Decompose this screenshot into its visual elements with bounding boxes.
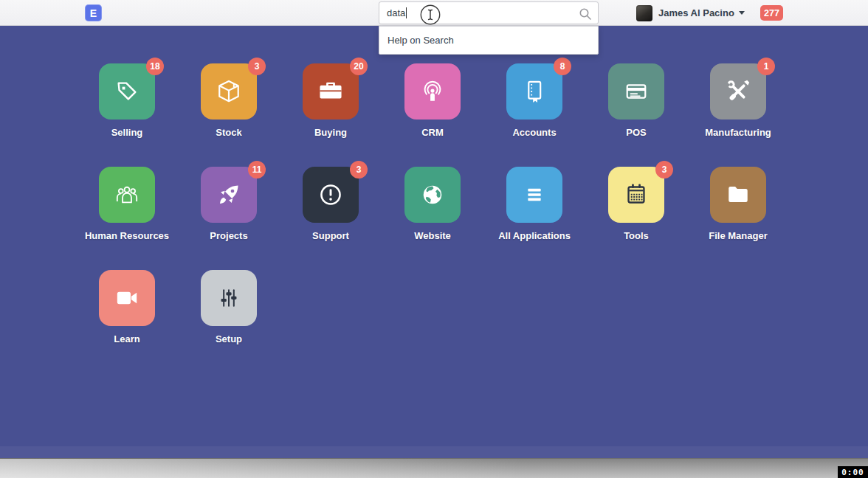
module-label: Manufacturing: [705, 127, 771, 138]
website-tile[interactable]: [404, 167, 461, 223]
credit-card-icon: [621, 77, 651, 106]
setup-tile[interactable]: [201, 270, 257, 326]
folder-icon: [723, 180, 753, 209]
module-label: Website: [414, 230, 451, 241]
module-label: Support: [312, 230, 349, 241]
rocket-icon: [214, 180, 244, 209]
tag-icon: [112, 77, 142, 106]
manufacturing-tile[interactable]: 1: [710, 63, 766, 119]
module-row: Human Resources 11 Projects: [99, 167, 766, 270]
ledger-book-icon: [520, 77, 549, 106]
video-camera-icon: [112, 283, 142, 313]
module-manufacturing: 1 Manufacturing: [710, 63, 766, 167]
module-label: Learn: [114, 333, 140, 344]
footer-strip: [0, 446, 868, 458]
module-label: File Manager: [709, 230, 767, 241]
module-label: CRM: [421, 127, 444, 138]
module-label: All Applications: [498, 230, 571, 241]
module-grid: 18 Selling 3 Stock: [99, 63, 766, 373]
module-label: Stock: [216, 127, 241, 138]
person-signal-icon: [418, 77, 447, 106]
module-label: Buying: [314, 127, 347, 138]
module-row: 18 Selling 3 Stock: [99, 63, 766, 167]
module-projects: 11 Projects: [201, 167, 257, 270]
module-support: 3 Support: [303, 167, 359, 270]
briefcase-icon: [316, 77, 345, 106]
module-buying: 20 Buying: [303, 63, 359, 167]
help-on-search-item[interactable]: Help on Search: [379, 27, 598, 54]
user-name[interactable]: James Al Pacino: [658, 7, 734, 18]
user-avatar[interactable]: [636, 5, 652, 21]
selling-tile[interactable]: 18: [99, 63, 155, 119]
module-label: Tools: [624, 230, 649, 241]
module-pos: POS: [608, 63, 664, 167]
pos-tile[interactable]: [608, 63, 664, 119]
globe-icon: [418, 180, 447, 209]
module-label: Selling: [111, 127, 143, 138]
module-human-resources: Human Resources: [99, 167, 155, 270]
module-setup: Setup: [201, 270, 257, 373]
search-input-value: data: [387, 7, 405, 18]
module-label: Projects: [210, 230, 247, 241]
desktop-background: [0, 458, 868, 478]
user-menu[interactable]: James Al Pacino: [636, 0, 745, 26]
search-icon[interactable]: [579, 7, 592, 23]
wrench-screwdriver-icon: [723, 77, 753, 106]
count-badge: 1: [757, 58, 775, 75]
count-badge: 8: [554, 58, 571, 75]
module-website: Website: [404, 167, 461, 270]
tools-tile[interactable]: 3: [608, 167, 664, 223]
cube-icon: [214, 77, 244, 106]
module-label: Setup: [216, 333, 242, 344]
projects-tile[interactable]: 11: [201, 167, 257, 223]
module-row: Learn Setup: [99, 270, 766, 373]
module-tools: 3 Tools: [608, 167, 664, 270]
notification-count-badge[interactable]: 277: [760, 5, 783, 21]
all-applications-tile[interactable]: [506, 167, 562, 223]
support-tile[interactable]: 3: [303, 167, 359, 223]
module-accounts: 8 Accounts: [506, 63, 562, 167]
module-crm: CRM: [404, 63, 461, 167]
module-label: Human Resources: [85, 230, 169, 241]
menu-bars-icon: [520, 180, 549, 209]
recording-timer: 0:00: [838, 466, 868, 478]
text-caret: [406, 7, 407, 18]
app-logo[interactable]: E: [85, 4, 102, 21]
exclamation-circle-icon: [316, 180, 345, 209]
learn-tile[interactable]: [99, 270, 155, 326]
calendar-icon: [621, 180, 651, 209]
people-group-icon: [112, 180, 142, 209]
crm-tile[interactable]: [404, 63, 461, 119]
search-input[interactable]: data: [379, 1, 599, 24]
count-badge: 20: [350, 58, 368, 75]
module-file-manager: File Manager: [710, 167, 766, 270]
chevron-down-icon: [739, 11, 745, 15]
app-window: E data James Al Pacino 277 Help on Searc…: [0, 0, 868, 458]
ibeam-cursor-icon: [419, 4, 441, 29]
stock-tile[interactable]: 3: [201, 63, 257, 119]
desk-page: 18 Selling 3 Stock: [0, 26, 868, 458]
module-selling: 18 Selling: [99, 63, 155, 167]
buying-tile[interactable]: 20: [303, 63, 359, 119]
sliders-icon: [214, 283, 244, 313]
module-stock: 3 Stock: [201, 63, 257, 167]
count-badge: 3: [655, 161, 673, 179]
count-badge: 3: [248, 58, 266, 75]
human-resources-tile[interactable]: [99, 167, 155, 223]
search-dropdown: Help on Search: [379, 26, 599, 55]
module-label: Accounts: [512, 127, 556, 138]
count-badge: 3: [350, 161, 368, 179]
count-badge: 18: [146, 58, 164, 75]
count-badge: 11: [248, 161, 266, 179]
module-all-applications: All Applications: [506, 167, 562, 270]
module-learn: Learn: [99, 270, 155, 373]
file-manager-tile[interactable]: [710, 167, 766, 223]
accounts-tile[interactable]: 8: [506, 63, 562, 119]
module-label: POS: [626, 127, 646, 138]
